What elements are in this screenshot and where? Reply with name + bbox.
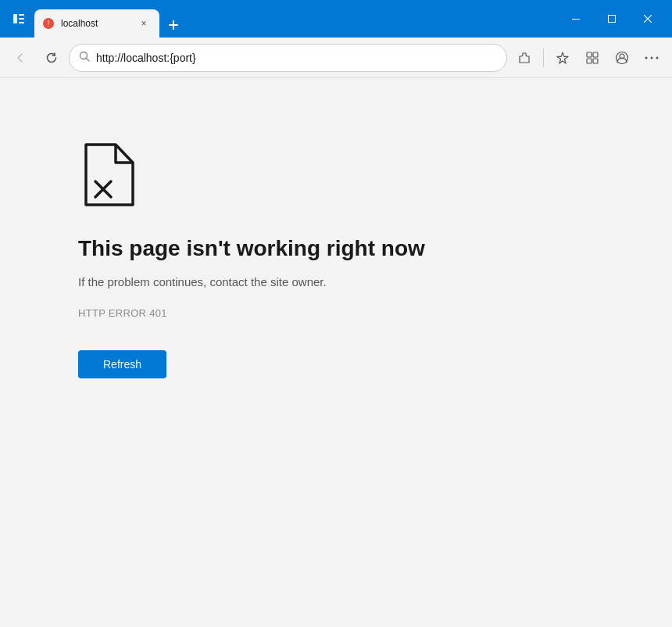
error-subtitle: If the problem continues, contact the si… <box>78 275 327 288</box>
tab-strip: ! localhost × <box>34 0 549 38</box>
error-title: This page isn't working right now <box>78 235 425 263</box>
tab-close-button[interactable]: × <box>136 16 152 31</box>
minimize-button[interactable] <box>558 6 594 31</box>
close-button[interactable] <box>630 6 666 31</box>
svg-rect-17 <box>593 59 598 63</box>
error-file-icon <box>78 141 141 203</box>
nav-bar <box>0 38 672 78</box>
svg-rect-16 <box>587 59 592 63</box>
back-button[interactable] <box>6 44 34 72</box>
svg-rect-15 <box>593 52 598 57</box>
extensions-button[interactable] <box>510 44 538 72</box>
url-input[interactable] <box>96 52 497 64</box>
svg-rect-2 <box>19 18 24 20</box>
svg-point-22 <box>656 56 659 59</box>
nav-divider <box>543 48 544 67</box>
error-code: HTTP ERROR 401 <box>78 307 167 319</box>
svg-rect-8 <box>572 19 580 20</box>
window-controls <box>558 6 666 31</box>
active-tab[interactable]: ! localhost × <box>34 9 159 38</box>
browser-window: ! localhost × <box>0 0 672 627</box>
svg-rect-9 <box>609 16 616 23</box>
collections-button[interactable] <box>578 44 606 72</box>
more-button[interactable] <box>638 44 666 72</box>
svg-rect-1 <box>19 14 24 16</box>
address-bar[interactable] <box>69 44 507 72</box>
profile-button[interactable] <box>608 44 636 72</box>
svg-rect-0 <box>13 14 17 23</box>
favorites-button[interactable] <box>549 44 577 72</box>
refresh-page-button[interactable]: Refresh <box>78 350 166 378</box>
svg-rect-14 <box>587 52 592 57</box>
sidebar-toggle-button[interactable] <box>6 6 31 31</box>
svg-point-20 <box>645 56 648 59</box>
page-content: This page isn't working right now If the… <box>0 78 672 627</box>
svg-text:!: ! <box>48 20 50 28</box>
svg-line-13 <box>87 59 90 62</box>
maximize-button[interactable] <box>594 6 630 31</box>
title-bar: ! localhost × <box>0 0 672 38</box>
svg-point-21 <box>651 56 653 59</box>
tab-title: localhost <box>61 18 130 29</box>
svg-rect-7 <box>169 24 178 26</box>
search-icon <box>79 51 90 64</box>
nav-right-buttons <box>510 44 666 72</box>
svg-rect-3 <box>19 22 24 23</box>
refresh-button[interactable] <box>38 44 66 72</box>
tab-favicon: ! <box>42 17 55 30</box>
new-tab-button[interactable] <box>161 13 186 38</box>
